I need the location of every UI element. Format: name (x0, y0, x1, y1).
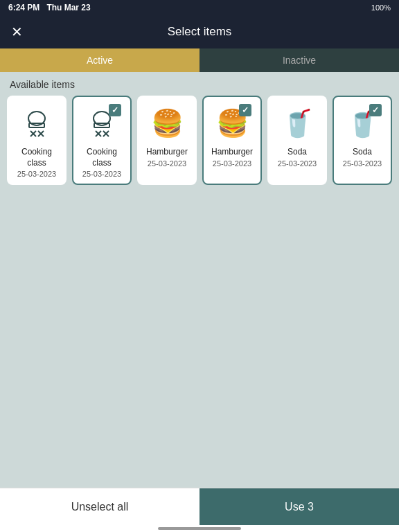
item-date: 25-03-2023 (343, 159, 382, 168)
status-time: 6:24 PM Thu Mar 23 (8, 3, 91, 12)
item-date: 25-03-2023 (148, 159, 186, 168)
item-card[interactable]: Cooking class 25-03-2023 (7, 96, 66, 185)
item-date: 25-03-2023 (278, 159, 317, 168)
item-image: 🍔 ✓ (211, 103, 253, 144)
item-name: Hamburger (211, 147, 253, 158)
status-icons: 100% (367, 3, 391, 12)
item-name: Hamburger (146, 147, 188, 158)
item-image: ✓ (81, 103, 123, 144)
section-label: Available items (0, 72, 399, 96)
bottom-bar: Unselect all Use 3 (0, 488, 399, 525)
tab-active[interactable]: Active (0, 48, 200, 72)
item-card[interactable]: 🥤 ✓ Soda 25-03-2023 (332, 96, 392, 185)
header-title: Select items (168, 25, 232, 39)
item-name: Soda (287, 147, 307, 158)
status-bar: 6:24 PM Thu Mar 23 100% (0, 0, 399, 15)
main-content: Available items Cooking class 25-03-2023 (0, 72, 399, 488)
item-image: 🥤 (276, 103, 318, 144)
item-image: 🥤 ✓ (342, 103, 383, 144)
item-date: 25-03-2023 (213, 159, 251, 168)
item-image (16, 103, 57, 144)
item-card[interactable]: 🍔 Hamburger 25-03-2023 (137, 96, 197, 185)
close-button[interactable]: ✕ (11, 24, 23, 40)
home-indicator (0, 525, 399, 532)
item-name: Cooking class (12, 147, 61, 168)
selected-checkmark: ✓ (239, 104, 251, 116)
home-bar (158, 527, 241, 530)
tab-inactive[interactable]: Inactive (200, 48, 399, 72)
item-card[interactable]: 🥤 Soda 25-03-2023 (267, 96, 327, 185)
item-date: 25-03-2023 (82, 170, 121, 178)
use-button[interactable]: Use 3 (200, 488, 399, 525)
selected-checkmark: ✓ (109, 104, 121, 116)
tab-bar: Active Inactive (0, 48, 399, 72)
item-card[interactable]: ✓ Cooking class 25-03-2023 (72, 96, 132, 185)
battery-icon: 100% (371, 3, 391, 12)
item-name: Soda (353, 147, 372, 158)
unselect-all-button[interactable]: Unselect all (0, 488, 200, 525)
item-date: 25-03-2023 (17, 170, 56, 178)
item-name: Cooking class (78, 147, 126, 168)
header: ✕ Select items (0, 15, 399, 48)
item-image: 🍔 (146, 103, 188, 144)
selected-checkmark: ✓ (369, 104, 382, 116)
items-grid: Cooking class 25-03-2023 ✓ Cooking class… (0, 96, 399, 185)
item-card[interactable]: 🍔 ✓ Hamburger 25-03-2023 (202, 96, 262, 185)
